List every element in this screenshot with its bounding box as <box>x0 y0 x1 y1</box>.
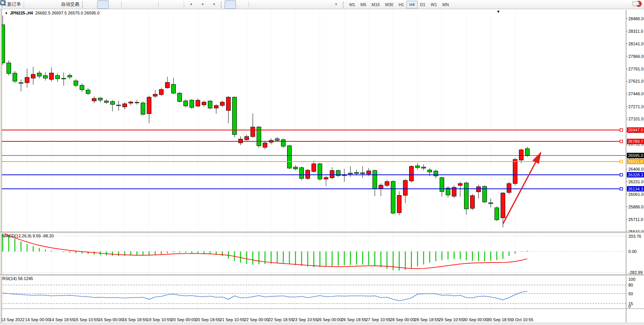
candle <box>7 63 11 74</box>
line-chart-button[interactable] <box>109 0 120 9</box>
timeframe-M5[interactable]: M5 <box>358 1 369 8</box>
line-anchor[interactable] <box>620 173 623 176</box>
rsi-axis-label: 100 <box>628 277 635 282</box>
candle <box>111 101 115 104</box>
candle <box>172 84 176 93</box>
price-level-badge-label: 26947.0 <box>628 128 643 132</box>
label-tool-button[interactable]: T <box>319 0 330 9</box>
trendline-tool-button[interactable] <box>273 0 284 9</box>
timeframe-M1[interactable]: M1 <box>347 1 358 8</box>
separator <box>184 1 184 8</box>
chart-shift-button[interactable] <box>171 0 183 9</box>
candle <box>98 98 103 100</box>
timeframe-MN[interactable]: MN <box>440 1 451 8</box>
candle <box>281 140 286 146</box>
candle <box>68 75 72 77</box>
candle <box>135 102 139 103</box>
price-axis-label: 25886.0 <box>628 205 644 209</box>
new-order-button[interactable]: 新订单 <box>6 0 22 9</box>
time-axis-label: 28 Sep 00:00 <box>390 317 415 322</box>
line-anchor[interactable] <box>620 129 623 131</box>
timeframe-H1[interactable]: H1 <box>396 1 406 8</box>
timeframe-M30[interactable]: M30 <box>382 1 396 8</box>
time-axis-label: 20 Sep 00:00 <box>171 317 196 322</box>
pane-divider-rsi[interactable] <box>0 274 644 276</box>
data-window-button[interactable] <box>37 0 48 9</box>
text-tool-button[interactable]: A <box>307 0 319 9</box>
candle <box>153 94 157 96</box>
candle <box>202 102 206 105</box>
market-watch-button[interactable] <box>25 0 37 9</box>
macd-name: MACD(12,26,9) <box>2 234 31 238</box>
candle <box>489 203 493 203</box>
chart-canvas[interactable]: 28486.028311.028141.027966.027791.027621… <box>0 0 644 325</box>
time-axis-label: 26 Sep 18:55 <box>341 317 366 322</box>
horizontal-line-tool-button[interactable] <box>262 0 273 9</box>
timeframe-D1[interactable]: D1 <box>418 1 428 8</box>
vertical-line-tool-button[interactable] <box>250 0 262 9</box>
candle <box>501 193 505 218</box>
tile-windows-button[interactable] <box>146 0 157 9</box>
line-anchor[interactable] <box>620 187 623 190</box>
candle <box>214 106 218 108</box>
candle <box>74 81 78 85</box>
timeframe-W1[interactable]: W1 <box>428 1 440 8</box>
candle <box>367 171 371 174</box>
candle <box>220 102 225 106</box>
candle <box>385 182 389 186</box>
templates-button[interactable]: ▼ <box>208 0 220 9</box>
arrows-tool-button[interactable]: ▼ <box>330 0 342 9</box>
crosshair-tool-button[interactable] <box>236 0 247 9</box>
toolbar-grip[interactable] <box>82 2 85 8</box>
candle <box>513 159 517 183</box>
toolbar-grip[interactable] <box>221 2 223 8</box>
auto-scroll-button[interactable] <box>160 0 171 9</box>
price-axis-label: 27101.0 <box>628 117 644 121</box>
equidistant-channel-tool-button[interactable]: E <box>284 0 296 9</box>
cursor-tool-button[interactable] <box>225 0 236 9</box>
candle <box>141 103 145 114</box>
main-toolbar: 新订单 自动交易 ▼ ▼ <box>0 0 644 9</box>
candle <box>159 90 164 94</box>
candle <box>80 85 84 90</box>
separator <box>24 1 24 8</box>
auto-trading-button[interactable]: 自动交易 <box>59 0 81 9</box>
fibonacci-tool-button[interactable]: F <box>296 0 307 9</box>
timeframe-M15[interactable]: M15 <box>369 1 382 8</box>
candle <box>324 178 328 179</box>
navigator-button[interactable] <box>48 0 59 9</box>
autoscroll-marker-icon[interactable]: ▼ <box>496 10 500 14</box>
zoom-out-button[interactable] <box>134 0 146 9</box>
candle <box>330 170 334 178</box>
periods-button[interactable]: ▼ <box>197 0 208 9</box>
time-axis-label: 29 Sep 10:55 <box>438 317 463 322</box>
macd-values: 9.59 -98.20 <box>32 234 54 238</box>
candlestick-chart-button[interactable] <box>97 0 109 9</box>
separator <box>121 1 122 8</box>
candle <box>31 74 35 78</box>
candle <box>123 104 127 107</box>
time-axis-label: 20 Sep 18:55 <box>195 317 220 322</box>
bar-chart-button[interactable] <box>86 0 97 9</box>
price-level-badge-label: 26595.0 <box>628 153 643 158</box>
search-button[interactable] <box>620 0 632 9</box>
price-axis-label: 28486.0 <box>628 16 644 21</box>
candle <box>50 73 54 80</box>
line-anchor[interactable] <box>620 140 623 143</box>
time-axis-label: 22 Sep 00:00 <box>244 317 269 322</box>
candle <box>56 75 60 78</box>
candle <box>147 97 151 114</box>
time-axis-label: 19 Sep 10:55 <box>147 317 172 322</box>
line-anchor[interactable] <box>620 160 623 163</box>
add-indicator-button[interactable]: ▼ <box>185 0 197 9</box>
timeframe-H4[interactable]: H4 <box>406 1 417 8</box>
time-axis-label: 30 Sep 00:00 <box>463 317 488 322</box>
rsi-axis-label: 80 <box>628 283 633 287</box>
rsi-indicator-label: RSI(14) 58.1245 <box>2 276 33 281</box>
time-axis-label: 3 Oct 10:55 <box>512 317 533 322</box>
toolbar-grip[interactable] <box>343 2 345 8</box>
symbol-dropdown-icon[interactable]: ▼ <box>5 11 8 15</box>
pane-divider-macd[interactable] <box>0 232 644 234</box>
chat-button[interactable]: 1 <box>632 0 643 9</box>
zoom-in-button[interactable] <box>123 0 134 9</box>
